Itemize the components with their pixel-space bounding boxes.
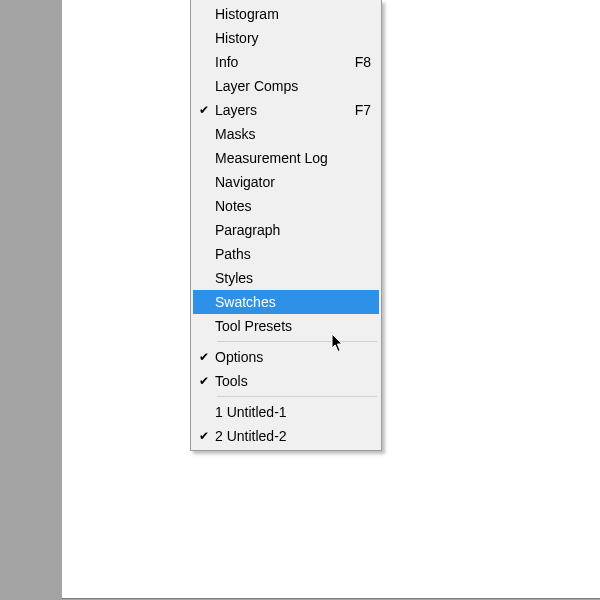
menu-item-tool-presets[interactable]: Tool Presets: [193, 314, 379, 338]
menu-item-label: Options: [215, 345, 361, 369]
menu-item-measurement-log[interactable]: Measurement Log: [193, 146, 379, 170]
menu-item-label: Histogram: [215, 2, 361, 26]
menu-item-label: Swatches: [215, 290, 361, 314]
menu-item-paragraph[interactable]: Paragraph: [193, 218, 379, 242]
menu-item-label: Styles: [215, 266, 361, 290]
menu-item-shortcut: F8: [345, 50, 371, 74]
menu-item-label: Navigator: [215, 170, 361, 194]
menu-item-label: Measurement Log: [215, 146, 361, 170]
menu-item-label: Layers: [215, 98, 345, 122]
menu-item-label: Paths: [215, 242, 361, 266]
menu-separator: [217, 396, 377, 397]
menu-item-label: Info: [215, 50, 345, 74]
check-icon: ✔: [193, 369, 215, 393]
menu-item-styles[interactable]: Styles: [193, 266, 379, 290]
menu-separator: [217, 341, 377, 342]
menu-item-masks[interactable]: Masks: [193, 122, 379, 146]
menu-item-tools[interactable]: ✔Tools: [193, 369, 379, 393]
menu-item-label: Tools: [215, 369, 361, 393]
menu-item-shortcut: F7: [345, 98, 371, 122]
check-icon: ✔: [193, 345, 215, 369]
menu-item-options[interactable]: ✔Options: [193, 345, 379, 369]
menu-item-swatches[interactable]: Swatches: [193, 290, 379, 314]
menu-item-label: Notes: [215, 194, 361, 218]
menu-item-1-untitled-1[interactable]: 1 Untitled-1: [193, 400, 379, 424]
menu-item-layers[interactable]: ✔LayersF7: [193, 98, 379, 122]
check-icon: ✔: [193, 424, 215, 448]
menu-item-notes[interactable]: Notes: [193, 194, 379, 218]
menu-item-label: Masks: [215, 122, 361, 146]
menu-item-info[interactable]: InfoF8: [193, 50, 379, 74]
menu-item-navigator[interactable]: Navigator: [193, 170, 379, 194]
menu-item-label: 2 Untitled-2: [215, 424, 361, 448]
menu-item-label: History: [215, 26, 361, 50]
menu-item-2-untitled-2[interactable]: ✔2 Untitled-2: [193, 424, 379, 448]
menu-item-histogram[interactable]: Histogram: [193, 2, 379, 26]
menu-item-label: Tool Presets: [215, 314, 361, 338]
menu-item-history[interactable]: History: [193, 26, 379, 50]
menu-item-label: 1 Untitled-1: [215, 400, 361, 424]
check-icon: ✔: [193, 98, 215, 122]
menu-item-label: Paragraph: [215, 218, 361, 242]
menu-item-layer-comps[interactable]: Layer Comps: [193, 74, 379, 98]
menu-item-paths[interactable]: Paths: [193, 242, 379, 266]
window-menu[interactable]: HistogramHistoryInfoF8Layer Comps✔Layers…: [190, 0, 382, 451]
menu-item-label: Layer Comps: [215, 74, 361, 98]
